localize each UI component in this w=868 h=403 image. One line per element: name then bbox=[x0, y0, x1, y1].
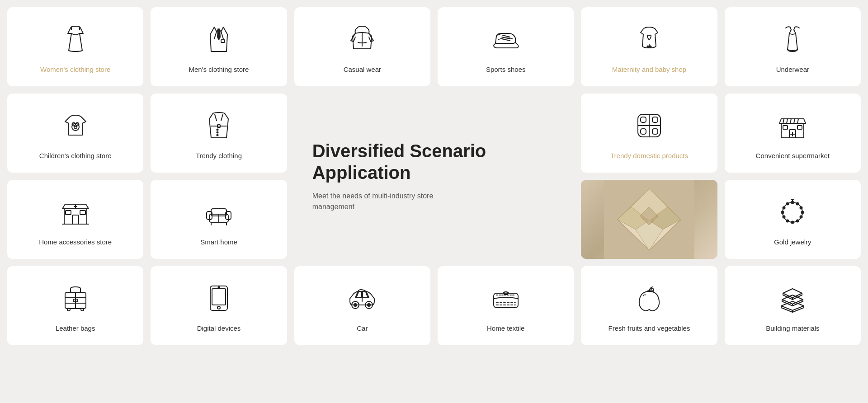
gold-jewelry-label: Gold jewelry bbox=[774, 237, 811, 247]
svg-point-63 bbox=[800, 207, 802, 209]
suit-icon bbox=[201, 21, 237, 57]
svg-point-16 bbox=[217, 129, 218, 131]
luggage-icon bbox=[57, 280, 94, 316]
trendy-clothing-label: Trendy clothing bbox=[196, 151, 242, 160]
card-underwear[interactable]: Underwear bbox=[725, 7, 861, 86]
svg-point-68 bbox=[787, 220, 789, 222]
hoodie-icon bbox=[344, 21, 380, 57]
card-sports-shoes[interactable]: Sports shoes bbox=[438, 7, 574, 86]
books-icon bbox=[774, 280, 811, 316]
dress-icon bbox=[57, 21, 94, 57]
svg-point-60 bbox=[783, 202, 802, 222]
svg-rect-24 bbox=[641, 129, 646, 134]
sofa-icon bbox=[201, 194, 237, 230]
card-womens-clothing[interactable]: Women's clothing store bbox=[7, 7, 143, 86]
card-gold-jewelry[interactable]: Gold jewelry bbox=[725, 180, 861, 259]
building-materials-label: Building materials bbox=[766, 323, 819, 333]
coat-icon bbox=[201, 108, 237, 144]
card-maternity-baby[interactable]: Maternity and baby shop bbox=[581, 7, 717, 86]
card-leather-bags[interactable]: Leather bags bbox=[7, 266, 143, 345]
svg-rect-38 bbox=[72, 215, 79, 224]
svg-point-64 bbox=[802, 211, 804, 214]
card-fresh-fruits[interactable]: Fresh fruits and vegetables bbox=[581, 266, 717, 345]
car-label: Car bbox=[357, 323, 368, 333]
svg-point-65 bbox=[800, 216, 802, 218]
svg-line-33 bbox=[794, 119, 795, 123]
svg-point-87 bbox=[354, 304, 357, 306]
main-grid: Women's clothing store Men's clothing st… bbox=[0, 0, 868, 352]
svg-point-80 bbox=[81, 308, 84, 311]
grid-box-icon bbox=[631, 108, 667, 144]
svg-rect-25 bbox=[652, 129, 658, 134]
svg-rect-37 bbox=[64, 209, 87, 224]
svg-point-13 bbox=[76, 126, 77, 127]
card-home-textile[interactable]: Home textile bbox=[438, 266, 574, 345]
apple-icon bbox=[631, 280, 667, 316]
svg-line-31 bbox=[787, 119, 788, 123]
svg-point-66 bbox=[797, 220, 799, 222]
card-convenient-supermarket[interactable]: Convenient supermarket bbox=[725, 94, 861, 173]
svg-point-72 bbox=[787, 203, 789, 205]
tank-icon bbox=[774, 21, 811, 57]
svg-point-70 bbox=[782, 211, 784, 214]
digital-devices-label: Digital devices bbox=[197, 323, 241, 333]
svg-point-88 bbox=[368, 304, 370, 306]
wallet-icon bbox=[488, 280, 524, 316]
card-building-materials[interactable]: Building materials bbox=[725, 266, 861, 345]
tablet-icon bbox=[201, 280, 237, 316]
svg-point-71 bbox=[783, 207, 785, 209]
svg-line-2 bbox=[503, 35, 510, 37]
card-mens-clothing[interactable]: Men's clothing store bbox=[151, 7, 287, 86]
svg-line-32 bbox=[790, 119, 791, 123]
childrens-clothing-label: Children's clothing store bbox=[39, 151, 112, 160]
svg-rect-22 bbox=[641, 117, 646, 122]
leather-bags-label: Leather bags bbox=[56, 323, 95, 333]
hero-sub-title: Meet the needs of multi-industry storema… bbox=[312, 191, 434, 212]
svg-point-17 bbox=[217, 132, 218, 133]
card-home-accessories[interactable]: Home accessories store bbox=[7, 180, 143, 259]
casual-wear-label: Casual wear bbox=[344, 65, 381, 74]
fabric-image bbox=[581, 180, 717, 259]
home-accessories-label: Home accessories store bbox=[39, 237, 112, 247]
necklace-icon bbox=[774, 194, 811, 230]
bodysuit-icon bbox=[631, 21, 667, 57]
svg-point-67 bbox=[792, 221, 794, 224]
car-icon bbox=[344, 280, 380, 316]
svg-rect-23 bbox=[652, 117, 658, 122]
svg-rect-40 bbox=[80, 211, 85, 215]
card-car[interactable]: Car bbox=[294, 266, 430, 345]
card-digital-devices[interactable]: Digital devices bbox=[151, 266, 287, 345]
svg-point-18 bbox=[217, 135, 218, 136]
hero-main-title: Diversified ScenarioApplication bbox=[312, 140, 486, 183]
shoe-icon bbox=[488, 21, 524, 57]
card-trendy-domestic[interactable]: Trendy domestic products bbox=[581, 94, 717, 173]
svg-rect-39 bbox=[66, 211, 71, 215]
card-smart-home[interactable]: Smart home bbox=[151, 180, 287, 259]
card-childrens-clothing[interactable]: Children's clothing store bbox=[7, 94, 143, 173]
womens-clothing-label: Women's clothing store bbox=[40, 65, 110, 74]
home-textile-label: Home textile bbox=[487, 323, 524, 333]
svg-point-69 bbox=[783, 216, 785, 218]
svg-rect-28 bbox=[783, 126, 788, 129]
mens-clothing-label: Men's clothing store bbox=[189, 65, 249, 74]
trendy-domestic-label: Trendy domestic products bbox=[610, 151, 688, 160]
card-fabric-image bbox=[581, 180, 717, 259]
home-store-icon bbox=[57, 194, 94, 230]
fresh-fruits-label: Fresh fruits and vegetables bbox=[609, 323, 690, 333]
hero-text-card: Diversified ScenarioApplication Meet the… bbox=[294, 94, 574, 259]
card-trendy-clothing[interactable]: Trendy clothing bbox=[151, 94, 287, 173]
card-casual-wear[interactable]: Casual wear bbox=[294, 7, 430, 86]
svg-line-4 bbox=[502, 39, 510, 41]
sports-shoes-label: Sports shoes bbox=[486, 65, 526, 74]
convenient-supermarket-label: Convenient supermarket bbox=[756, 151, 830, 160]
svg-rect-29 bbox=[797, 126, 802, 129]
svg-point-83 bbox=[217, 306, 220, 309]
svg-line-34 bbox=[797, 119, 798, 123]
store-icon bbox=[774, 108, 811, 144]
svg-point-84 bbox=[218, 287, 219, 288]
underwear-label: Underwear bbox=[776, 65, 809, 74]
svg-point-79 bbox=[67, 308, 70, 311]
svg-rect-82 bbox=[212, 289, 226, 305]
maternity-baby-label: Maternity and baby shop bbox=[612, 65, 686, 74]
svg-rect-0 bbox=[221, 40, 225, 42]
